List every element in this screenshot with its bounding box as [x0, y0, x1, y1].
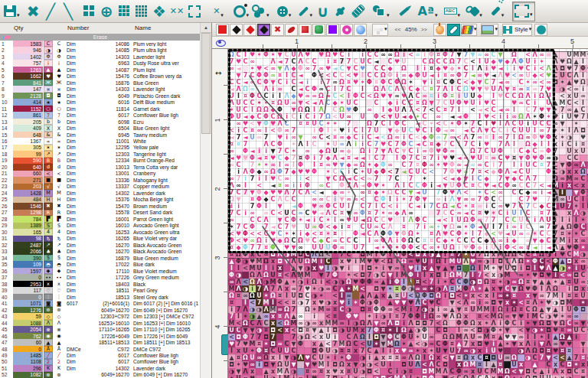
- palette-row[interactable]: 411071◙◙6017(2)+6016(1)Dim 6017 (2) [+] …: [0, 300, 201, 306]
- dropdown-arrow-icon[interactable]: ▾: [384, 26, 387, 35]
- palette-row[interactable]: 2946◑◑Dim14085Plum ultra light: [0, 47, 201, 53]
- palette-row[interactable]: 22271■■Dim13336Mahogany light: [0, 177, 201, 183]
- palette-row[interactable]: 11583CCDim14086Plum very light: [0, 41, 201, 47]
- petite-stitch-button[interactable]: [80, 2, 98, 21]
- palette-row[interactable]: 51296KKDim14302Lavender dark: [0, 365, 201, 371]
- grid-4x4-button[interactable]: [133, 2, 151, 21]
- palette-row[interactable]: 50110822Dim6017Cornflower Blue ligh: [0, 359, 201, 365]
- palette-row[interactable]: 46762◉◉17226+6049Dim 17226 [+] Dim 6049: [0, 333, 201, 339]
- half-stitch-button[interactable]: ╱: [42, 2, 60, 21]
- list-scrollbar[interactable]: ▲: [200, 23, 211, 378]
- palette-row[interactable]: 521082⊕⊕6049+16270Dim 6049 [+] Dim 16270: [0, 372, 201, 378]
- quarter-stitch-red-button[interactable]: [299, 24, 312, 36]
- palette-row[interactable]: 1899↗↗Dim12303Tangerine light: [0, 151, 201, 157]
- palette-row[interactable]: 4359◇◇12303+C972Dim 12303 [+] DMCe C972: [0, 313, 201, 319]
- palette-row[interactable]: 361597◆◆Dim17110Blue Violet medium: [0, 268, 201, 274]
- palette-row[interactable]: 51263▲▲Dim14087Plum light: [0, 67, 201, 73]
- palette-row[interactable]: 31402ΦΦDim14303Lavender light: [0, 54, 201, 60]
- palette-row[interactable]: 111152○○Dim11814Garnet dark: [0, 106, 201, 112]
- dropdown-arrow-icon[interactable]: ▾: [387, 12, 390, 21]
- save-button[interactable]: ▾: [2, 2, 21, 21]
- zoom-in-button[interactable]: >>: [420, 27, 429, 32]
- french-knot-grid-button[interactable]: ⊕: [98, 2, 116, 21]
- dropdown-arrow-icon[interactable]: ▾: [247, 12, 250, 21]
- small-cross-button[interactable]: ✕▾: [210, 2, 227, 21]
- highlighter-button[interactable]: [447, 24, 460, 36]
- palette-row[interactable]: 25484HHDim15376Mocha Beige light: [0, 197, 201, 203]
- palette-row[interactable]: 4760▲▲18511+18513Dim 18511 [+] Dim 18513: [0, 339, 201, 345]
- purple-swatch-button[interactable]: [326, 24, 339, 36]
- corner-stitches-button[interactable]: ❖: [151, 2, 168, 21]
- palette-row[interactable]: 20640ddDim13013Terra Cotta very dar: [0, 164, 201, 170]
- select-marquee-button[interactable]: ▾: [512, 2, 535, 21]
- grid-3x3-button[interactable]: [116, 2, 133, 21]
- straight-stitch-button[interactable]: ▾: [296, 2, 315, 21]
- dropdown-arrow-icon[interactable]: ▾: [529, 26, 532, 35]
- bead-cluster-tool-button[interactable]: ▾: [250, 2, 271, 21]
- back-stitch-button[interactable]: ╲: [60, 2, 77, 21]
- palette-row[interactable]: 441088ΛΛ16253+16010Dim 16253 [+] Dim 160…: [0, 320, 201, 326]
- palette-row[interactable]: 421276⊛⊛6049+16270Dim 6049 [+] Dim 16270: [0, 307, 201, 313]
- palette-row[interactable]: 400⋮⋮Dim18513Steel Grey dark: [0, 294, 201, 300]
- palette-row[interactable]: 3198ђђDim16265Blue Violet very dar: [0, 236, 201, 242]
- alphabet-blocks-button[interactable]: ABC▾: [443, 2, 462, 21]
- shapes-tool-button[interactable]: ▾: [371, 2, 391, 21]
- full-stitch-button[interactable]: ✖: [24, 2, 42, 21]
- palette-row[interactable]: 14409XXDim6504Blue Green light: [0, 125, 201, 131]
- swatch-black-diamond-button[interactable]: [230, 24, 243, 36]
- selected-symbol-diamond-button[interactable]: [257, 24, 270, 36]
- bead-tube-button[interactable]: [349, 2, 367, 21]
- palette-row[interactable]: 370••••Dim17226Grey Green medium: [0, 274, 201, 280]
- palette-row[interactable]: 17305✶✶Dim12295Yellow pale: [0, 145, 201, 151]
- palette-row[interactable]: 322487↗↗Dim16270Black Avocado Green: [0, 242, 201, 248]
- erase-row[interactable]: Erase: [0, 34, 201, 41]
- palette-row[interactable]: 1286177Dim6017Cornflower Blue ligh: [0, 112, 201, 118]
- fill-bucket-button[interactable]: ▾: [466, 2, 484, 21]
- dropdown-arrow-icon[interactable]: ▾: [17, 12, 20, 21]
- text-tool-button[interactable]: Aª▾: [416, 2, 439, 21]
- list-scrollbar-thumb[interactable]: [201, 33, 211, 134]
- swatch-red-diamond-button[interactable]: [243, 24, 256, 36]
- palette-row[interactable]: 28784▛▛Dim16001Parrot Green light: [0, 216, 201, 222]
- palette-row[interactable]: 21660<<Dim13001Cranberry: [0, 171, 201, 177]
- dropdown-arrow-icon[interactable]: ▾: [266, 12, 270, 21]
- palette-row[interactable]: 382953xxDim18403Black: [0, 281, 201, 287]
- french-knot-swatch-button[interactable]: [340, 24, 353, 36]
- swatch-red-square-button[interactable]: [216, 24, 229, 36]
- pencil-tool-button[interactable]: [396, 2, 413, 21]
- knot-tool-button[interactable]: ▾: [232, 2, 251, 21]
- palette-row[interactable]: 271298RRDim15578Desert Sand dark: [0, 210, 201, 216]
- dropdown-arrow-icon[interactable]: ▾: [530, 11, 533, 21]
- palette-row[interactable]: 7841ЖЖDim16876Blue Green: [0, 80, 201, 86]
- zoom-out-button[interactable]: <<: [394, 27, 403, 32]
- partial-tool-button[interactable]: [534, 24, 547, 36]
- palette-row[interactable]: 261546✖✖Dim15470Brown medium: [0, 203, 201, 209]
- bead-swatch-button[interactable]: [354, 24, 367, 36]
- palette-row[interactable]: 8147¤¤Dim14303Lavender light: [0, 86, 201, 92]
- palette-fan-button[interactable]: ▾: [461, 24, 478, 36]
- palette-row[interactable]: 23203√√Dim13337Copper medium: [0, 184, 201, 190]
- bead-string-button[interactable]: [332, 2, 349, 21]
- dropdown-arrow-icon[interactable]: ▾: [435, 12, 438, 21]
- green-swatch-button[interactable]: [312, 24, 325, 36]
- palette-row[interactable]: 39117♡♡Dim18511Pearl Grey: [0, 287, 201, 293]
- dropdown-arrow-icon[interactable]: ▾: [474, 26, 477, 35]
- style-tool-button[interactable]: Style▾: [502, 24, 532, 36]
- palette-row[interactable]: 92128◘◘Dim6049Pistachio Green dark: [0, 93, 201, 99]
- palette-row[interactable]: 4757iiDim6963Dusty Rose ultra ver: [0, 60, 201, 66]
- palette-row[interactable]: 10414★★Dim6016Delft Blue medium: [0, 99, 201, 105]
- palette-row[interactable]: 35109◓◓Dim17022Blue dark: [0, 261, 201, 267]
- button-charm-button[interactable]: ▾: [276, 2, 293, 21]
- pattern-chart-canvas[interactable]: [228, 49, 588, 378]
- palette-row[interactable]: 19590BBDim12334Burnt Orange-Red: [0, 158, 201, 164]
- palette-row[interactable]: 13205bbDim6098Ecru: [0, 119, 201, 125]
- dropdown-arrow-icon[interactable]: ▾: [479, 12, 482, 21]
- special-stitch-button[interactable]: ∪: [314, 2, 332, 21]
- frame-corners-button[interactable]: [186, 2, 204, 21]
- palette-row[interactable]: 161367∞∞Dim11001White: [0, 138, 201, 144]
- dropdown-arrow-icon[interactable]: ▾: [220, 12, 224, 21]
- image-tool-button[interactable]: ▾: [481, 24, 498, 36]
- airbrush-button[interactable]: ▾: [488, 2, 506, 21]
- dropdown-arrow-icon[interactable]: ▾: [289, 12, 292, 21]
- half-stitch-red-button[interactable]: [285, 24, 298, 36]
